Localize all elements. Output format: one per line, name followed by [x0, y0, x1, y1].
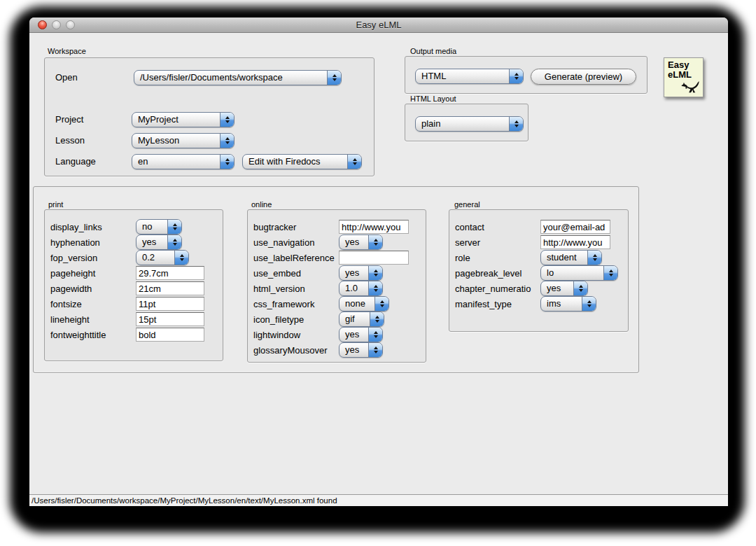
html-layout-select-value: plain — [416, 117, 509, 131]
workspace-group-label: Workspace — [48, 47, 86, 55]
use-navigation-select[interactable]: yes — [339, 234, 383, 250]
settings-row: lineheight — [50, 312, 223, 327]
settings-row: icon_filetype gif — [253, 312, 426, 327]
settings-row: fontsize — [50, 296, 223, 312]
general-group: contact server role student — [449, 209, 629, 332]
language-select-value: en — [132, 155, 220, 169]
settings-row: pagebreak_level lo — [455, 265, 628, 281]
role-select[interactable]: student — [540, 250, 602, 265]
kangaroo-icon — [680, 80, 701, 94]
settings-row: manifest_type ims — [455, 296, 628, 312]
html-layout-select[interactable]: plain — [415, 116, 524, 132]
glossarymousover-select[interactable]: yes — [339, 342, 383, 358]
window-title: Easy eLML — [29, 18, 728, 33]
open-select[interactable]: /Users/fisler/Documents/workspace — [134, 70, 342, 85]
logo-text-line2: eLML — [668, 70, 703, 80]
output-media-group: HTML Generate (preview) — [405, 56, 648, 94]
field-label: use_navigation — [253, 237, 339, 248]
settings-row: css_framework none — [253, 296, 426, 312]
popup-arrows-icon — [509, 117, 523, 131]
html-layout-group-label: HTML Layout — [410, 94, 456, 103]
online-group-label: online — [251, 200, 272, 209]
fontsize-input[interactable] — [136, 297, 204, 311]
titlebar[interactable]: Easy eLML — [29, 18, 728, 33]
popup-arrows-icon — [374, 297, 388, 311]
server-input[interactable] — [540, 235, 610, 249]
use-embed-select[interactable]: yes — [339, 265, 383, 281]
print-group-label: print — [48, 200, 63, 209]
fontweighttitle-input[interactable] — [136, 328, 204, 342]
editor-select[interactable]: Edit with Firedocs — [242, 154, 362, 169]
workspace-group: Open /Users/fisler/Documents/workspace P… — [44, 57, 374, 176]
settings-row: lightwindow yes — [253, 327, 426, 342]
contact-input[interactable] — [540, 220, 610, 234]
project-select[interactable]: MyProject — [132, 112, 234, 127]
icon-filetype-select[interactable]: gif — [339, 312, 384, 327]
popup-arrows-icon — [220, 155, 234, 169]
fop-version-select[interactable]: 0.2 — [136, 250, 189, 265]
popup-arrows-icon — [327, 71, 341, 85]
pagewidth-input[interactable] — [136, 281, 204, 295]
app-window: Easy eLML Workspace Open /Users/fisler/D… — [29, 18, 728, 506]
popup-arrows-icon — [603, 266, 617, 280]
project-select-value: MyProject — [132, 113, 220, 127]
online-group: bugtracker use_navigation yes use_labelR… — [247, 209, 426, 363]
lineheight-input[interactable] — [136, 312, 204, 326]
language-label: Language — [55, 154, 96, 169]
lesson-select[interactable]: MyLesson — [132, 133, 234, 148]
field-label: role — [455, 253, 540, 263]
settings-row: html_version 1.0 — [253, 281, 426, 296]
field-label: fontsize — [50, 299, 136, 309]
popup-arrows-icon — [167, 235, 181, 249]
field-label: pagewidth — [50, 284, 136, 294]
lesson-select-value: MyLesson — [132, 134, 220, 148]
html-version-select[interactable]: 1.0 — [339, 281, 383, 296]
field-label: chapter_numeratio — [455, 284, 540, 294]
settings-row: display_links no — [50, 219, 223, 234]
field-label: hyphenation — [50, 237, 136, 248]
hyphenation-select[interactable]: yes — [136, 234, 182, 250]
popup-arrows-icon — [370, 312, 384, 326]
generate-preview-button[interactable]: Generate (preview) — [531, 69, 636, 85]
editor-select-value: Edit with Firedocs — [243, 155, 347, 169]
popup-arrows-icon — [368, 235, 382, 249]
open-label: Open — [55, 70, 78, 85]
manifest-type-select[interactable]: ims — [540, 296, 596, 312]
settings-row: glossaryMousover yes — [253, 342, 426, 358]
pagebreak-level-select[interactable]: lo — [540, 265, 618, 281]
field-label: use_embed — [253, 268, 339, 279]
field-label: lightwindow — [253, 330, 339, 340]
output-media-group-label: Output media — [410, 47, 456, 55]
popup-arrows-icon — [573, 281, 587, 295]
field-label: contact — [455, 222, 540, 232]
popup-arrows-icon — [509, 69, 523, 83]
popup-arrows-icon — [174, 251, 188, 265]
chapter-numeration-select[interactable]: yes — [540, 281, 588, 296]
field-label: server — [455, 237, 540, 248]
field-label: html_version — [253, 284, 339, 294]
settings-row: use_navigation yes — [253, 234, 426, 250]
field-label: icon_filetype — [253, 314, 339, 325]
output-media-select[interactable]: HTML — [415, 69, 524, 84]
field-label: glossaryMousover — [253, 345, 339, 356]
settings-outer-group: print display_links no hyphenation yes — [33, 186, 639, 373]
popup-arrows-icon — [368, 266, 382, 280]
language-select[interactable]: en — [132, 154, 234, 169]
popup-arrows-icon — [347, 155, 361, 169]
pageheight-input[interactable] — [136, 266, 204, 280]
lightwindow-select[interactable]: yes — [339, 327, 383, 342]
bugtracker-input[interactable] — [339, 220, 409, 234]
css-framework-select[interactable]: none — [339, 296, 389, 312]
field-label: fontweighttitle — [50, 330, 136, 340]
general-group-label: general — [454, 200, 480, 209]
status-bar: /Users/fisler/Documents/workspace/MyProj… — [29, 494, 728, 506]
display-links-select[interactable]: no — [136, 219, 182, 234]
field-label: pageheight — [50, 268, 136, 279]
popup-arrows-icon — [220, 113, 234, 127]
field-label: pagebreak_level — [455, 268, 540, 279]
print-group: display_links no hyphenation yes — [44, 209, 223, 361]
use-labelreference-input[interactable] — [339, 251, 409, 265]
project-label: Project — [55, 112, 83, 127]
popup-arrows-icon — [582, 297, 596, 311]
field-label: bugtracker — [253, 222, 339, 232]
